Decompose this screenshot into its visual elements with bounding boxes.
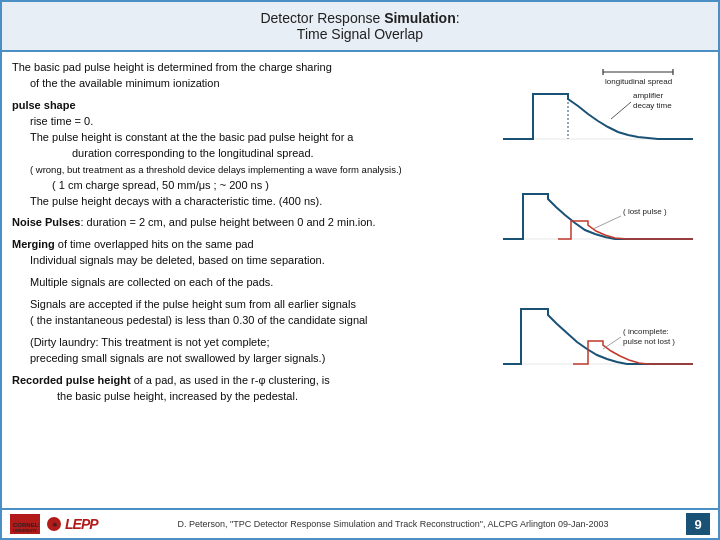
- pulse-line3: duration corresponding to the longitudin…: [72, 147, 314, 159]
- dirty-laundry2: preceding small signals are not swallowe…: [30, 352, 325, 364]
- para1-block: The basic pad pulse height is determined…: [12, 60, 480, 92]
- slide-container: Detector Response Simulation: Time Signa…: [0, 0, 720, 540]
- pulse-shape-block: pulse shape rise time = 0. The pulse hei…: [12, 98, 480, 210]
- merging-line4-block: Signals are accepted if the pulse height…: [30, 297, 480, 329]
- slide-text: The basic pad pulse height is determined…: [12, 60, 488, 508]
- slide-footer: CORNELL UNIVERSITY ⚛ LEPP D. Peterson, "…: [2, 508, 718, 538]
- recorded-line2: the basic pulse height, increased by the…: [57, 390, 298, 402]
- title-line2: Time Signal Overlap: [12, 26, 708, 42]
- lepp-text: LEPP: [65, 516, 98, 532]
- para1b-text: of the the available minimum ionization: [30, 77, 220, 89]
- svg-text:longitudinal spread: longitudinal spread: [605, 77, 672, 86]
- merging-line3: Multiple signals are collected on each o…: [30, 276, 273, 288]
- recorded-text: of a pad, as used in the r-φ clustering,…: [131, 374, 330, 386]
- footer-logos: CORNELL UNIVERSITY ⚛ LEPP: [10, 514, 100, 534]
- dirty-laundry-block: (Dirty laundry: This treatment is not ye…: [30, 335, 480, 367]
- svg-text:( lost pulse ): ( lost pulse ): [623, 207, 667, 216]
- merging-line5: ( the instantaneous pedestal) is less th…: [30, 314, 368, 326]
- lepp-logo-group: ⚛ LEPP: [46, 516, 98, 532]
- noise-block: Noise Pulses: duration = 2 cm, and pulse…: [12, 215, 480, 231]
- merging-label: Merging: [12, 238, 55, 250]
- merging-line4: Signals are accepted if the pulse height…: [30, 298, 356, 310]
- title-line1-pre: Detector Response: [260, 10, 384, 26]
- merging-line3-block: Multiple signals are collected on each o…: [30, 275, 480, 291]
- noise-label: Noise Pulses: [12, 216, 80, 228]
- slide-title: Detector Response Simulation: Time Signa…: [2, 2, 718, 52]
- svg-line-12: [593, 216, 621, 229]
- recorded-block: Recorded pulse height of a pad, as used …: [12, 373, 480, 405]
- title-line1-end: :: [456, 10, 460, 26]
- svg-text:( incomplete:: ( incomplete:: [623, 327, 669, 336]
- title-bold: Simulation: [384, 10, 456, 26]
- bottom-graphic: ( incomplete: pulse not lost ): [493, 279, 703, 399]
- svg-line-16: [603, 337, 621, 349]
- svg-text:decay time: decay time: [633, 101, 672, 110]
- merging-line2: Individual signals may be deleted, based…: [30, 254, 325, 266]
- merging-text: of time overlapped hits on the same pad: [55, 238, 254, 250]
- svg-line-6: [611, 102, 631, 119]
- middle-graphic: ( lost pulse ): [493, 169, 703, 269]
- merging-block: Merging of time overlapped hits on the s…: [12, 237, 480, 269]
- pulse-line5: The pulse height decays with a character…: [30, 195, 322, 207]
- footer-page-number: 9: [686, 513, 710, 535]
- svg-text:amplifier: amplifier: [633, 91, 664, 100]
- pulse-small: ( wrong, but treatment as a threshold de…: [30, 164, 402, 175]
- pulse-line2: The pulse height is constant at the the …: [30, 131, 354, 143]
- dirty-laundry: (Dirty laundry: This treatment is not ye…: [30, 336, 269, 348]
- footer-citation: D. Peterson, "TPC Detector Response Simu…: [100, 519, 686, 529]
- pulse-line1: rise time = 0.: [30, 115, 93, 127]
- svg-text:⚛: ⚛: [52, 522, 57, 528]
- para1-text: The basic pad pulse height is determined…: [12, 61, 332, 73]
- cornell-logo: CORNELL UNIVERSITY: [10, 514, 40, 534]
- pulse-line4: ( 1 cm charge spread, 50 mm/μs ; ~ 200 n…: [52, 179, 269, 191]
- recorded-label: Recorded pulse height: [12, 374, 131, 386]
- svg-text:UNIVERSITY: UNIVERSITY: [13, 528, 37, 533]
- svg-text:pulse not lost ): pulse not lost ): [623, 337, 675, 346]
- top-graphic: longitudinal spread amplifier decay time: [493, 64, 703, 159]
- noise-text: : duration = 2 cm, and pulse height betw…: [80, 216, 375, 228]
- pulse-shape-label: pulse shape: [12, 99, 76, 111]
- slide-graphics: longitudinal spread amplifier decay time: [488, 60, 708, 508]
- slide-body: The basic pad pulse height is determined…: [2, 52, 718, 508]
